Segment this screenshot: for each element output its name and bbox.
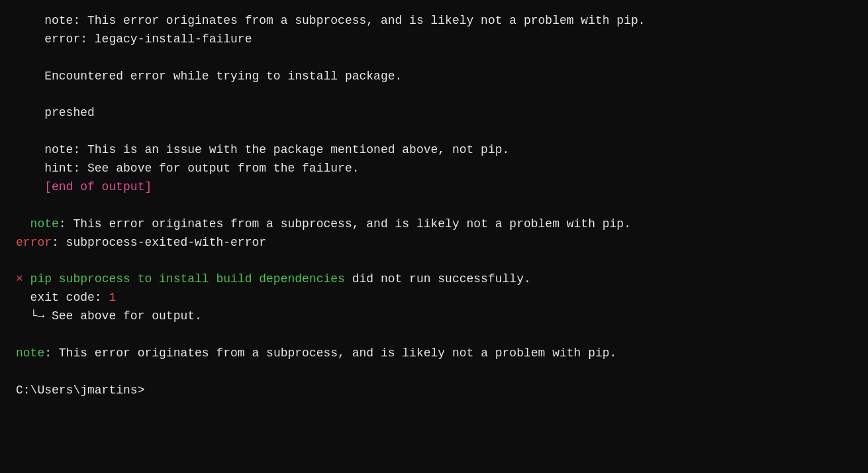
terminal-line: C:\Users\jmartins> <box>16 382 857 400</box>
terminal-line: [end of output] <box>16 178 857 197</box>
terminal-line: note: This is an issue with the package … <box>16 141 857 160</box>
terminal-output: note: This error originates from a subpr… <box>16 12 857 400</box>
terminal-line: hint: See above for output from the fail… <box>16 160 857 178</box>
terminal-line <box>16 363 857 382</box>
terminal-line: note: This error originates from a subpr… <box>16 12 857 30</box>
terminal-line: note: This error originates from a subpr… <box>16 215 857 234</box>
terminal-line <box>16 197 857 215</box>
terminal-line <box>16 252 857 271</box>
terminal-line <box>16 326 857 344</box>
terminal-line: exit code: 1 <box>16 289 857 307</box>
terminal-line: note: This error originates from a subpr… <box>16 344 857 363</box>
terminal-line <box>16 49 857 68</box>
terminal-line: × pip subprocess to install build depend… <box>16 270 857 289</box>
terminal-line: preshed <box>16 104 857 123</box>
terminal-line: error: subprocess-exited-with-error <box>16 234 857 252</box>
terminal-line: error: legacy-install-failure <box>16 30 857 49</box>
terminal-window: note: This error originates from a subpr… <box>5 5 868 473</box>
terminal-line: └→ See above for output. <box>16 307 857 326</box>
terminal-line <box>16 86 857 105</box>
terminal-line: Encountered error while trying to instal… <box>16 68 857 86</box>
terminal-line <box>16 123 857 141</box>
